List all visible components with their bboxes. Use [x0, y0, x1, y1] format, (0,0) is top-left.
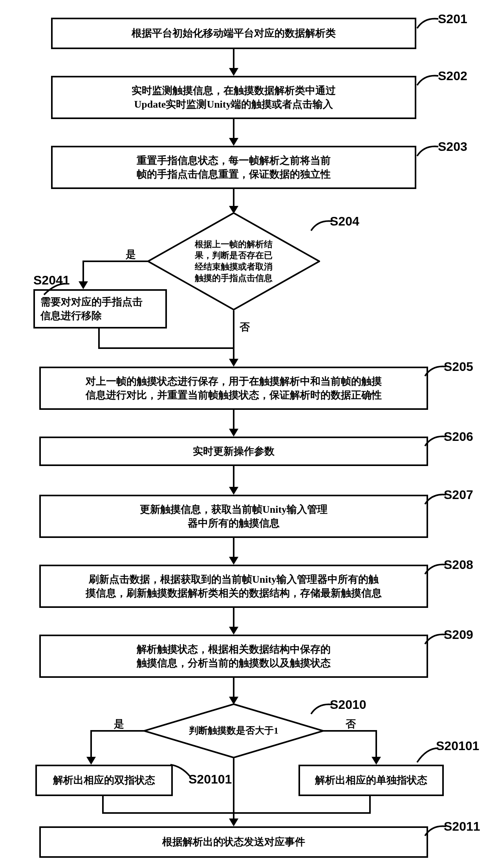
arrow-s204-yes-h — [82, 261, 148, 262]
arrowhead-s202-s203 — [229, 138, 238, 146]
step-s20101-right: 解析出相应的单独指状态 — [298, 765, 444, 796]
arrow-s207-s208 — [233, 538, 234, 558]
decision-s204: 根据上一帧的解析结 果，判断是否存在已 经结束触摸或者取消 触摸的手指点击信息 — [147, 212, 320, 310]
step-s203: 重置手指信息状态，每一帧解析之前将当前 帧的手指点击信息重置，保证数据的独立性 — [51, 146, 416, 189]
label-tail-s207 — [424, 492, 448, 506]
step-s207-text: 更新触摸信息，获取当前帧Unity输入管理 器中所有的触摸信息 — [140, 503, 328, 530]
branch-s2010-yes: 是 — [114, 717, 124, 731]
arrow-s204-yes-v — [82, 261, 84, 282]
step-s208: 刷新点击数据，根据获取到的当前帧Unity输入管理器中所有的触 摸信息，刷新触摸… — [39, 565, 428, 608]
label-s204: S204 — [330, 214, 359, 229]
decision-s2010: 判断触摸数是否大于1 — [143, 703, 324, 758]
label-s2010: S2010 — [330, 697, 366, 712]
label-tail-s205 — [424, 364, 448, 378]
flowchart-canvas: 根据平台初始化移动端平台对应的数据解析类 S201 实时监测触摸信息，在触摸数据… — [0, 0, 487, 868]
step-s202: 实时监测触摸信息，在触摸数据解析类中通过 Update实时监测Unity端的触摸… — [51, 76, 416, 119]
label-s203: S203 — [438, 139, 467, 154]
step-s209: 解析触摸状态，根据相关数据结构中保存的 触摸信息，分析当前的触摸数以及触摸状态 — [39, 635, 428, 678]
arrow-s2041-merge-h — [98, 347, 234, 349]
label-s202: S202 — [438, 69, 467, 83]
label-s20101-right: S20101 — [436, 739, 479, 753]
label-tail-s2011 — [424, 824, 448, 838]
arrow-left-merge-v — [102, 796, 104, 814]
arrow-left-merge-h — [102, 812, 234, 814]
step-s20101-right-text: 解析出相应的单独指状态 — [315, 773, 427, 787]
label-tail-s2041 — [43, 283, 67, 297]
step-s201: 根据平台初始化移动端平台对应的数据解析类 — [51, 18, 416, 49]
arrow-right-merge-v — [369, 796, 371, 814]
label-s201: S201 — [438, 12, 467, 26]
arrow-s202-s203 — [233, 119, 234, 139]
step-s205: 对上一帧的触摸状态进行保存，用于在触摸解析中和当前帧的触摸 信息进行对比，并重置… — [39, 367, 428, 410]
label-tail-s20101-right — [416, 747, 440, 765]
arrowhead-s201-s202 — [229, 68, 238, 76]
arrow-s204-no — [233, 310, 234, 360]
decision-s204-text: 根据上一帧的解析结 果，判断是否存在已 经结束触摸或者取消 触摸的手指点击信息 — [195, 239, 273, 284]
step-s207: 更新触摸信息，获取当前帧Unity输入管理 器中所有的触摸信息 — [39, 495, 428, 538]
arrowhead-s208-s209 — [229, 627, 238, 635]
label-tail-s201 — [416, 17, 440, 31]
label-tail-s20101-left — [170, 762, 193, 778]
decision-s2010-text: 判断触摸数是否大于1 — [189, 725, 278, 737]
label-s207: S207 — [444, 488, 473, 502]
arrowhead-s205-s206 — [229, 429, 238, 437]
label-tail-s204 — [310, 219, 334, 233]
arrow-s208-s209 — [233, 608, 234, 628]
arrowhead-s204-yes — [79, 281, 88, 289]
step-s2011: 根据解析出的状态发送对应事件 — [39, 826, 428, 858]
step-s20101-left: 解析出相应的双指状态 — [35, 765, 173, 796]
arrowhead-s2010-no — [372, 757, 381, 765]
step-s201-text: 根据平台初始化移动端平台对应的数据解析类 — [132, 26, 336, 40]
label-tail-s209 — [424, 632, 448, 646]
arrowhead-s2010-yes — [86, 757, 96, 765]
label-tail-s202 — [416, 73, 440, 88]
label-s20101-left: S20101 — [189, 772, 232, 787]
step-s2011-text: 根据解析出的状态发送对应事件 — [162, 835, 305, 849]
arrow-s205-s206 — [233, 410, 234, 429]
arrow-s2010-yes-v — [90, 730, 92, 758]
step-s203-text: 重置手指信息状态，每一帧解析之前将当前 帧的手指点击信息重置，保证数据的独立性 — [137, 154, 331, 181]
label-s208: S208 — [444, 558, 473, 572]
arrow-s2010-no-v — [375, 730, 377, 758]
arrowhead-s2010-s2011 — [229, 818, 238, 826]
step-s209-text: 解析触摸状态，根据相关数据结构中保存的 触摸信息，分析当前的触摸数以及触摸状态 — [137, 642, 331, 670]
label-tail-s206 — [424, 434, 448, 448]
step-s2041-text: 需要对对应的手指点击 信息进行移除 — [40, 295, 143, 323]
step-s206-text: 实时更新操作参数 — [193, 444, 275, 458]
arrow-s203-s204 — [233, 189, 234, 207]
step-s205-text: 对上一帧的触摸状态进行保存，用于在触摸解析中和当前帧的触摸 信息进行对比，并重置… — [86, 374, 382, 402]
label-tail-s208 — [424, 562, 448, 576]
label-s2011: S2011 — [444, 819, 480, 834]
arrowhead-s204-no — [229, 359, 238, 367]
step-s206: 实时更新操作参数 — [39, 437, 428, 466]
label-tail-s2010 — [310, 702, 334, 716]
branch-s204-yes: 是 — [126, 248, 136, 261]
arrow-s206-s207 — [233, 466, 234, 488]
label-s209: S209 — [444, 628, 473, 642]
branch-s2010-no: 否 — [346, 717, 356, 731]
step-s202-text: 实时监测触摸信息，在触摸数据解析类中通过 Update实时监测Unity端的触摸… — [132, 84, 336, 111]
label-s206: S206 — [444, 429, 473, 444]
arrow-s209-s2010 — [233, 678, 234, 697]
arrow-s201-s202 — [233, 49, 234, 69]
arrow-s2041-merge-v — [98, 328, 100, 348]
label-tail-s203 — [416, 144, 440, 158]
step-s208-text: 刷新点击数据，根据获取到的当前帧Unity输入管理器中所有的触 摸信息，刷新触摸… — [86, 573, 382, 600]
step-s20101-left-text: 解析出相应的双指状态 — [53, 773, 155, 787]
label-s205: S205 — [444, 360, 473, 374]
arrowhead-s206-s207 — [229, 487, 238, 495]
arrow-s2010-s2011 — [233, 758, 234, 819]
arrowhead-s207-s208 — [229, 557, 238, 565]
branch-s204-no: 否 — [240, 320, 250, 334]
arrow-right-merge-h — [233, 812, 371, 814]
